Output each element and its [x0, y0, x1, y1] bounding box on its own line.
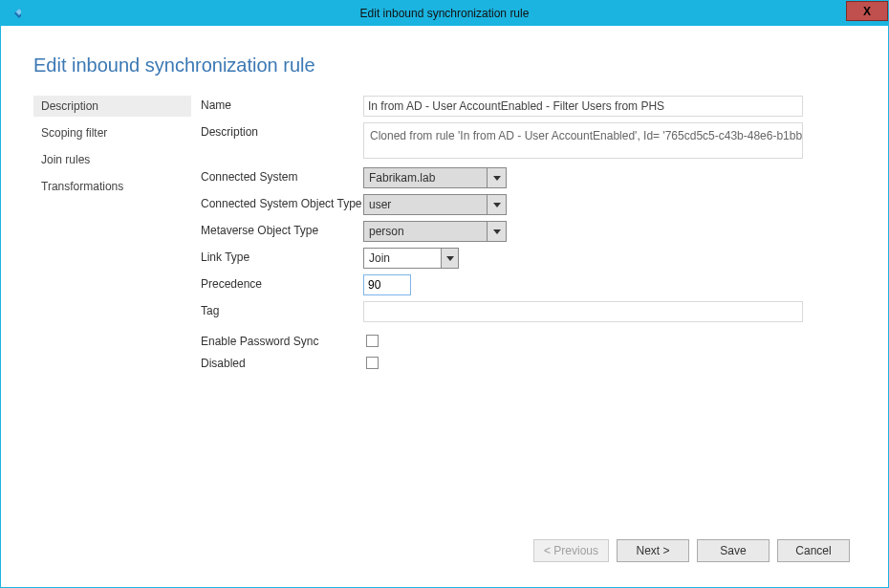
sidebar: Description Scoping filter Join rules Tr… [33, 96, 201, 532]
link-type-select[interactable]: Join [363, 248, 459, 269]
close-icon: X [863, 5, 871, 18]
sidebar-item-scoping-filter[interactable]: Scoping filter [33, 122, 191, 143]
label-description: Description [201, 122, 363, 139]
metaverse-object-type-select[interactable]: person [363, 221, 507, 242]
dropdown-button[interactable] [441, 249, 458, 268]
label-enable-password-sync: Enable Password Sync [201, 332, 363, 348]
disabled-checkbox[interactable] [366, 357, 379, 369]
name-input[interactable] [363, 96, 803, 117]
sidebar-item-join-rules[interactable]: Join rules [33, 149, 191, 170]
sidebar-item-label: Description [41, 99, 98, 113]
label-metaverse-object-type: Metaverse Object Type [201, 221, 363, 237]
chevron-down-icon [446, 256, 454, 261]
cancel-button[interactable]: Cancel [777, 539, 850, 562]
previous-button[interactable]: < Previous [533, 539, 609, 562]
page-title: Edit inbound synchronization rule [33, 54, 856, 76]
body: Description Scoping filter Join rules Tr… [33, 96, 856, 532]
enable-password-sync-checkbox[interactable] [366, 335, 379, 347]
save-button[interactable]: Save [697, 539, 770, 562]
chevron-down-icon [493, 229, 501, 234]
tag-input[interactable] [363, 301, 803, 322]
label-connected-system-object-type: Connected System Object Type [201, 194, 363, 210]
label-name: Name [201, 96, 363, 112]
label-disabled: Disabled [201, 354, 363, 370]
dropdown-button[interactable] [487, 222, 506, 241]
dropdown-button[interactable] [487, 168, 506, 187]
titlebar: Edit inbound synchronization rule X [1, 1, 888, 26]
chevron-down-icon [493, 176, 501, 181]
select-value: Fabrikam.lab [364, 168, 487, 187]
description-input[interactable]: Cloned from rule 'In from AD - User Acco… [363, 122, 803, 159]
dialog-window: Edit inbound synchronization rule X Edit… [0, 0, 889, 588]
select-value: user [364, 195, 487, 214]
window-title: Edit inbound synchronization rule [1, 7, 888, 20]
form-area: Name Description Cloned from rule 'In fr… [201, 96, 856, 532]
label-tag: Tag [201, 301, 363, 317]
sidebar-item-label: Transformations [41, 180, 123, 193]
chevron-down-icon [493, 203, 501, 207]
client-area: Edit inbound synchronization rule Descri… [1, 26, 888, 587]
precedence-input[interactable] [363, 274, 411, 295]
select-value: person [364, 222, 487, 241]
dropdown-button[interactable] [487, 195, 506, 214]
footer: < Previous Next > Save Cancel [33, 532, 856, 570]
sidebar-item-description[interactable]: Description [33, 96, 191, 117]
app-icon [5, 4, 24, 23]
sidebar-item-label: Join rules [41, 153, 90, 166]
sidebar-item-transformations[interactable]: Transformations [33, 176, 191, 197]
close-button[interactable]: X [846, 1, 888, 21]
next-button[interactable]: Next > [617, 539, 689, 562]
sidebar-item-label: Scoping filter [41, 126, 107, 140]
label-precedence: Precedence [201, 274, 363, 291]
inner-panel: Edit inbound synchronization rule Descri… [9, 32, 880, 579]
label-connected-system: Connected System [201, 167, 363, 184]
select-value: Join [364, 249, 441, 268]
label-link-type: Link Type [201, 248, 363, 264]
connected-system-select[interactable]: Fabrikam.lab [363, 167, 507, 188]
connected-system-object-type-select[interactable]: user [363, 194, 507, 215]
